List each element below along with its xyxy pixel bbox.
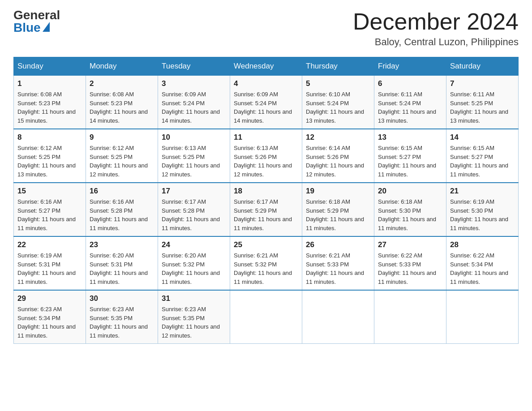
calendar-cell: 26Sunrise: 6:21 AMSunset: 5:33 PMDayligh… <box>302 236 374 290</box>
day-info: Sunrise: 6:18 AMSunset: 5:30 PMDaylight:… <box>378 197 442 232</box>
day-number: 23 <box>90 240 154 249</box>
calendar-cell: 5Sunrise: 6:10 AMSunset: 5:24 PMDaylight… <box>302 76 374 129</box>
day-number: 12 <box>306 133 370 142</box>
calendar-cell: 30Sunrise: 6:23 AMSunset: 5:35 PMDayligh… <box>86 290 158 344</box>
day-info: Sunrise: 6:13 AMSunset: 5:25 PMDaylight:… <box>162 144 226 179</box>
calendar-week-row: 22Sunrise: 6:19 AMSunset: 5:31 PMDayligh… <box>14 236 519 290</box>
calendar-cell: 9Sunrise: 6:12 AMSunset: 5:25 PMDaylight… <box>86 129 158 183</box>
calendar-cell <box>302 290 374 344</box>
day-info: Sunrise: 6:20 AMSunset: 5:32 PMDaylight:… <box>162 251 226 286</box>
day-number: 5 <box>306 79 370 88</box>
day-info: Sunrise: 6:16 AMSunset: 5:28 PMDaylight:… <box>90 197 154 232</box>
day-number: 26 <box>306 240 370 249</box>
day-number: 4 <box>234 79 298 88</box>
calendar-cell: 22Sunrise: 6:19 AMSunset: 5:31 PMDayligh… <box>14 236 86 290</box>
calendar-cell: 14Sunrise: 6:15 AMSunset: 5:27 PMDayligh… <box>446 129 519 183</box>
calendar-week-row: 8Sunrise: 6:12 AMSunset: 5:25 PMDaylight… <box>14 129 519 183</box>
day-info: Sunrise: 6:23 AMSunset: 5:35 PMDaylight:… <box>162 305 226 340</box>
day-number: 2 <box>90 79 154 88</box>
page-header: General Blue December 2024 Baloy, Centra… <box>13 9 519 48</box>
day-number: 17 <box>162 187 226 196</box>
day-number: 10 <box>162 133 226 142</box>
day-info: Sunrise: 6:15 AMSunset: 5:27 PMDaylight:… <box>450 144 515 179</box>
day-info: Sunrise: 6:20 AMSunset: 5:31 PMDaylight:… <box>90 251 154 286</box>
calendar-cell: 13Sunrise: 6:15 AMSunset: 5:27 PMDayligh… <box>374 129 446 183</box>
calendar-cell: 24Sunrise: 6:20 AMSunset: 5:32 PMDayligh… <box>158 236 230 290</box>
day-info: Sunrise: 6:21 AMSunset: 5:32 PMDaylight:… <box>234 251 298 286</box>
day-number: 19 <box>306 187 370 196</box>
day-number: 27 <box>378 240 442 249</box>
month-year-title: December 2024 <box>353 9 519 34</box>
calendar-cell: 15Sunrise: 6:16 AMSunset: 5:27 PMDayligh… <box>14 183 86 236</box>
day-info: Sunrise: 6:22 AMSunset: 5:33 PMDaylight:… <box>378 251 442 286</box>
calendar-cell: 28Sunrise: 6:22 AMSunset: 5:34 PMDayligh… <box>446 236 519 290</box>
day-info: Sunrise: 6:10 AMSunset: 5:24 PMDaylight:… <box>306 90 370 125</box>
calendar-cell: 19Sunrise: 6:18 AMSunset: 5:29 PMDayligh… <box>302 183 374 236</box>
day-number: 7 <box>450 79 515 88</box>
day-number: 20 <box>378 187 442 196</box>
logo: General Blue <box>13 9 60 34</box>
calendar-cell: 17Sunrise: 6:17 AMSunset: 5:28 PMDayligh… <box>158 183 230 236</box>
logo-triangle-icon <box>43 22 50 32</box>
day-number: 29 <box>17 294 82 303</box>
calendar-cell <box>446 290 519 344</box>
day-info: Sunrise: 6:19 AMSunset: 5:30 PMDaylight:… <box>450 197 515 232</box>
calendar-cell: 27Sunrise: 6:22 AMSunset: 5:33 PMDayligh… <box>374 236 446 290</box>
calendar-day-header: Monday <box>86 57 158 76</box>
calendar-day-header: Sunday <box>14 57 86 76</box>
day-info: Sunrise: 6:22 AMSunset: 5:34 PMDaylight:… <box>450 251 515 286</box>
day-number: 31 <box>162 294 226 303</box>
day-info: Sunrise: 6:16 AMSunset: 5:27 PMDaylight:… <box>17 197 82 232</box>
calendar-cell <box>374 290 446 344</box>
calendar-week-row: 15Sunrise: 6:16 AMSunset: 5:27 PMDayligh… <box>14 183 519 236</box>
day-info: Sunrise: 6:08 AMSunset: 5:23 PMDaylight:… <box>17 90 82 125</box>
calendar-day-header: Saturday <box>446 57 519 76</box>
day-number: 15 <box>17 187 82 196</box>
day-info: Sunrise: 6:08 AMSunset: 5:23 PMDaylight:… <box>90 90 154 125</box>
logo-general-text: General <box>13 9 60 21</box>
title-block: December 2024 Baloy, Central Luzon, Phil… <box>353 9 519 48</box>
calendar-cell: 7Sunrise: 6:11 AMSunset: 5:25 PMDaylight… <box>446 76 519 129</box>
day-number: 13 <box>378 133 442 142</box>
day-number: 22 <box>17 240 82 249</box>
day-info: Sunrise: 6:09 AMSunset: 5:24 PMDaylight:… <box>162 90 226 125</box>
day-info: Sunrise: 6:14 AMSunset: 5:26 PMDaylight:… <box>306 144 370 179</box>
calendar-cell: 16Sunrise: 6:16 AMSunset: 5:28 PMDayligh… <box>86 183 158 236</box>
day-info: Sunrise: 6:11 AMSunset: 5:25 PMDaylight:… <box>450 90 515 125</box>
day-number: 21 <box>450 187 515 196</box>
calendar-cell: 18Sunrise: 6:17 AMSunset: 5:29 PMDayligh… <box>230 183 302 236</box>
calendar-cell: 11Sunrise: 6:13 AMSunset: 5:26 PMDayligh… <box>230 129 302 183</box>
logo-blue-text: Blue <box>13 21 50 34</box>
calendar-day-header: Friday <box>374 57 446 76</box>
calendar-week-row: 29Sunrise: 6:23 AMSunset: 5:34 PMDayligh… <box>14 290 519 344</box>
day-number: 8 <box>17 133 82 142</box>
location-subtitle: Baloy, Central Luzon, Philippines <box>353 36 519 48</box>
day-info: Sunrise: 6:12 AMSunset: 5:25 PMDaylight:… <box>90 144 154 179</box>
day-number: 28 <box>450 240 515 249</box>
calendar-week-row: 1Sunrise: 6:08 AMSunset: 5:23 PMDaylight… <box>14 76 519 129</box>
day-info: Sunrise: 6:15 AMSunset: 5:27 PMDaylight:… <box>378 144 442 179</box>
calendar-cell: 8Sunrise: 6:12 AMSunset: 5:25 PMDaylight… <box>14 129 86 183</box>
calendar-cell: 12Sunrise: 6:14 AMSunset: 5:26 PMDayligh… <box>302 129 374 183</box>
day-info: Sunrise: 6:17 AMSunset: 5:29 PMDaylight:… <box>234 197 298 232</box>
calendar-day-header: Tuesday <box>158 57 230 76</box>
calendar-cell: 29Sunrise: 6:23 AMSunset: 5:34 PMDayligh… <box>14 290 86 344</box>
calendar-header-row: SundayMondayTuesdayWednesdayThursdayFrid… <box>14 57 519 76</box>
calendar-cell: 2Sunrise: 6:08 AMSunset: 5:23 PMDaylight… <box>86 76 158 129</box>
calendar-cell: 3Sunrise: 6:09 AMSunset: 5:24 PMDaylight… <box>158 76 230 129</box>
day-info: Sunrise: 6:23 AMSunset: 5:34 PMDaylight:… <box>17 305 82 340</box>
calendar-day-header: Wednesday <box>230 57 302 76</box>
day-number: 1 <box>17 79 82 88</box>
day-number: 30 <box>90 294 154 303</box>
day-number: 11 <box>234 133 298 142</box>
calendar-cell: 6Sunrise: 6:11 AMSunset: 5:24 PMDaylight… <box>374 76 446 129</box>
day-info: Sunrise: 6:09 AMSunset: 5:24 PMDaylight:… <box>234 90 298 125</box>
day-number: 6 <box>378 79 442 88</box>
calendar-cell: 4Sunrise: 6:09 AMSunset: 5:24 PMDaylight… <box>230 76 302 129</box>
calendar-cell: 20Sunrise: 6:18 AMSunset: 5:30 PMDayligh… <box>374 183 446 236</box>
calendar-cell: 23Sunrise: 6:20 AMSunset: 5:31 PMDayligh… <box>86 236 158 290</box>
calendar-cell: 10Sunrise: 6:13 AMSunset: 5:25 PMDayligh… <box>158 129 230 183</box>
day-number: 9 <box>90 133 154 142</box>
calendar-cell: 25Sunrise: 6:21 AMSunset: 5:32 PMDayligh… <box>230 236 302 290</box>
calendar-day-header: Thursday <box>302 57 374 76</box>
